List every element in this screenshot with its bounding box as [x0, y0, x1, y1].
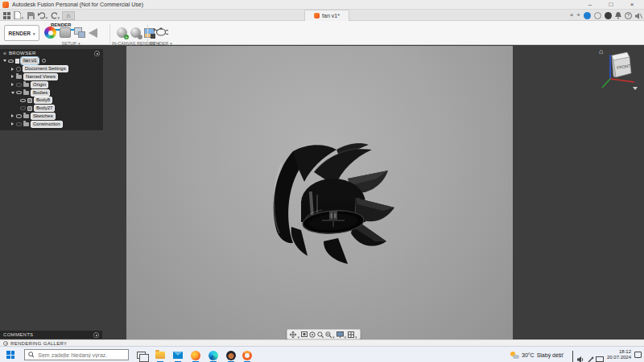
media-app-icon[interactable]	[224, 349, 238, 361]
mail-app-icon[interactable]	[171, 349, 185, 361]
edge-icon[interactable]	[206, 349, 221, 361]
orbit-icon[interactable]	[309, 331, 316, 338]
tree-row-bodies[interactable]: Bodies	[0, 88, 103, 97]
tree-label[interactable]: Named Views	[23, 73, 58, 80]
undo-icon[interactable]	[38, 11, 47, 20]
collapsed-arrow-icon[interactable]	[11, 114, 14, 117]
visibility-eye-icon[interactable]	[16, 114, 22, 118]
visibility-eye-icon[interactable]	[16, 83, 22, 87]
tree-row-document-settings[interactable]: Document Settings	[0, 65, 103, 73]
windows-taskbar: 30°C Slabý déšť 18:12 20.07.2024	[0, 346, 644, 362]
tab-bar-right-controls: × + ?	[570, 10, 642, 20]
volume-icon[interactable]	[577, 352, 584, 362]
minimize-button[interactable]: –	[581, 0, 599, 10]
file-menu-icon[interactable]	[14, 11, 23, 20]
tab-bar: ⌂ fan v1* × + ?	[0, 10, 644, 21]
tree-label[interactable]: Sketches	[31, 113, 56, 120]
tree-label[interactable]: Bodies	[31, 89, 50, 97]
browser-settings-gear-icon[interactable]	[94, 51, 100, 56]
render-group: RENDER	[150, 26, 172, 46]
in-canvas-render-settings-icon[interactable]	[130, 27, 141, 38]
tree-label[interactable]: Document Settings	[23, 65, 68, 72]
collapsed-arrow-icon[interactable]	[11, 75, 14, 78]
tree-row-named-views[interactable]: Named Views	[0, 73, 103, 81]
fan-impeller-model[interactable]	[266, 137, 402, 274]
render-teapot-icon[interactable]	[153, 25, 168, 40]
expand-gallery-icon[interactable]	[3, 341, 8, 346]
quick-access-toolbar: ⌂	[2, 10, 75, 20]
tree-row-body27[interactable]: Body27	[0, 105, 103, 113]
tree-label[interactable]: Origin	[31, 81, 48, 88]
collapsed-arrow-icon[interactable]	[11, 83, 14, 86]
action-center-icon[interactable]	[634, 352, 642, 358]
expanded-arrow-icon[interactable]	[3, 60, 6, 62]
document-tab-label: fan v1*	[322, 13, 340, 19]
view-cube-menu-icon[interactable]	[633, 87, 638, 90]
workspace-selector-button[interactable]: RENDER	[4, 25, 39, 41]
document-icon	[314, 13, 320, 19]
help-icon[interactable]: ?	[625, 12, 632, 19]
folder-icon	[16, 75, 22, 79]
taskbar-search[interactable]	[24, 349, 129, 360]
comments-expand-icon[interactable]	[93, 332, 99, 338]
tree-row-body8[interactable]: Body8	[0, 97, 103, 105]
visibility-eye-icon[interactable]	[16, 91, 22, 95]
hidden-icons-chevron[interactable]	[572, 352, 573, 362]
visibility-eye-icon[interactable]	[20, 106, 26, 110]
file-explorer-icon[interactable]	[153, 349, 167, 361]
render-quality-icon[interactable]	[42, 59, 46, 63]
tree-row-origin[interactable]: Origin	[0, 80, 103, 88]
sync-status-icon[interactable]	[594, 12, 601, 19]
collapse-panel-icon[interactable]: «	[3, 51, 6, 56]
fit-view-icon[interactable]	[301, 331, 308, 337]
weather-widget[interactable]: 30°C Slabý déšť	[510, 347, 564, 362]
tree-label[interactable]: Body8	[34, 97, 52, 104]
look-at-icon[interactable]	[317, 331, 324, 338]
title-bar: Autodesk Fusion Personal (Not for Commer…	[0, 0, 644, 10]
fusion-360-taskbar-icon[interactable]	[240, 349, 254, 361]
view-cube[interactable]: ⌂ FRONT	[599, 48, 639, 90]
folder-icon	[23, 122, 29, 126]
pen-settings-icon[interactable]	[588, 352, 594, 362]
scene-settings-icon[interactable]	[60, 27, 71, 38]
in-canvas-render-icon[interactable]: +	[117, 27, 127, 38]
clock-time: 18:12	[607, 349, 631, 355]
search-input[interactable]	[36, 352, 125, 359]
comments-bar[interactable]: COMMENTS	[0, 331, 102, 339]
new-tab-icon[interactable]: +	[576, 11, 580, 19]
appearance-icon[interactable]	[44, 27, 56, 39]
tree-row-sketches[interactable]: Sketches	[0, 113, 103, 121]
tree-row-construction[interactable]: Construction	[0, 120, 103, 128]
rendering-gallery-bar[interactable]: RENDERING GALLERY	[0, 339, 644, 346]
visibility-eye-icon[interactable]	[20, 99, 26, 103]
data-panel-icon[interactable]	[2, 11, 11, 20]
firefox-icon[interactable]	[188, 349, 203, 361]
user-avatar[interactable]	[605, 12, 612, 19]
document-tab[interactable]: fan v1*	[304, 10, 349, 21]
redo-icon[interactable]	[50, 11, 60, 20]
taskbar-clock[interactable]: 18:12 20.07.2024	[607, 349, 631, 360]
decal-icon[interactable]	[74, 27, 85, 38]
network-icon[interactable]	[596, 352, 604, 362]
collapsed-arrow-icon[interactable]	[11, 68, 14, 71]
texture-map-icon[interactable]	[89, 28, 97, 38]
visibility-eye-icon[interactable]	[8, 60, 14, 64]
expanded-arrow-icon[interactable]	[11, 92, 14, 94]
chevron-down-icon	[33, 31, 35, 36]
home-view-icon[interactable]: ⌂	[62, 11, 75, 20]
tree-label[interactable]: fan v1	[21, 57, 39, 64]
close-tab-icon[interactable]: ×	[570, 11, 574, 19]
tree-row-root[interactable]: fan v1	[0, 57, 103, 65]
fusion-logo-icon	[2, 2, 9, 8]
start-button[interactable]	[6, 351, 14, 359]
tree-label[interactable]: Body27	[34, 105, 55, 112]
task-view-button[interactable]	[134, 349, 148, 361]
settings-gear-icon	[16, 67, 21, 72]
save-icon[interactable]	[26, 11, 35, 20]
viewport[interactable]: ⌂ FRONT « BROWSER f	[0, 45, 644, 339]
group-separator	[109, 24, 110, 43]
job-status-icon[interactable]	[584, 12, 591, 19]
collapsed-arrow-icon[interactable]	[11, 122, 14, 125]
visibility-eye-icon[interactable]	[16, 122, 22, 126]
tree-label[interactable]: Construction	[31, 121, 63, 128]
